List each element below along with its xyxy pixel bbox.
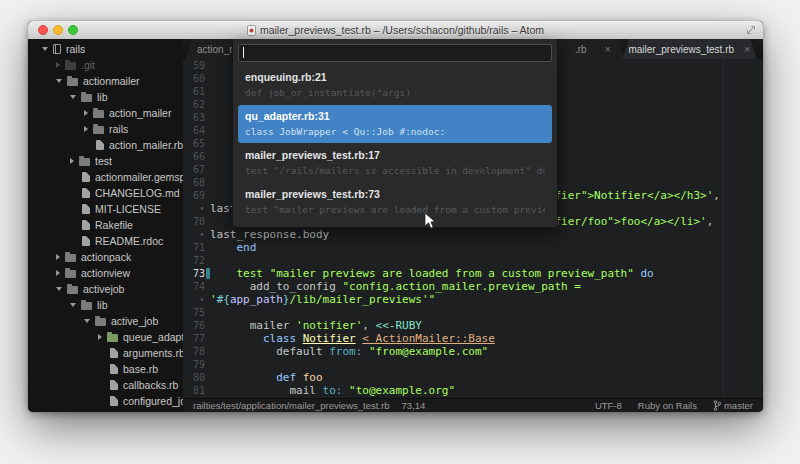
finder-result-mailer-previews-test-rb-17[interactable]: mailer_previews_test.rb:17test "/rails/m… bbox=[238, 144, 552, 182]
chevron-right-icon[interactable] bbox=[56, 62, 60, 68]
code-row-74[interactable]: 74 add_to_config "config.action_mailer.p… bbox=[183, 280, 763, 293]
tree-item-label: actionmailer bbox=[83, 75, 140, 87]
status-cursor-position[interactable]: 73,14 bbox=[401, 400, 425, 411]
finder-result-title: mailer_previews_test.rb:73 bbox=[245, 188, 545, 200]
tree-item--git[interactable]: .git bbox=[28, 57, 183, 73]
code-row-wrapped[interactable]: •last_response.body bbox=[183, 228, 763, 241]
code-row-79[interactable]: 79 bbox=[183, 358, 763, 371]
chevron-down-icon[interactable] bbox=[42, 47, 48, 51]
tree-item-active-job[interactable]: active_job bbox=[28, 313, 183, 329]
chevron-right-icon[interactable] bbox=[70, 158, 74, 164]
code-line-text: add_to_config "config.action_mailer.prev… bbox=[210, 280, 763, 293]
file-icon bbox=[82, 204, 90, 214]
tab-close-icon[interactable]: × bbox=[744, 44, 750, 54]
code-row-76[interactable]: 76 mailer 'notifier', <<-RUBY bbox=[183, 319, 763, 332]
code-row-81[interactable]: 81 mail to: "to@example.org" bbox=[183, 384, 763, 397]
finder-result-snippet: def job_or_instantiate(*args) bbox=[245, 87, 545, 98]
tree-item-activejob[interactable]: activejob bbox=[28, 281, 183, 297]
chevron-right-icon[interactable] bbox=[98, 334, 102, 340]
chevron-right-icon[interactable] bbox=[56, 270, 60, 276]
code-row-71[interactable]: 71 end bbox=[183, 241, 763, 254]
tree-item-action-mailer[interactable]: action_mailer bbox=[28, 105, 183, 121]
code-token: , bbox=[713, 189, 720, 202]
tree-item-configured-job-rb[interactable]: configured_job.rb bbox=[28, 393, 183, 409]
tree-item-changelog-md[interactable]: CHANGELOG.md bbox=[28, 185, 183, 201]
code-token: to: bbox=[323, 384, 343, 397]
code-token bbox=[210, 371, 276, 384]
chevron-right-icon[interactable] bbox=[84, 110, 88, 116]
tree-item-label: README.rdoc bbox=[95, 235, 163, 247]
tree-item-mit-license[interactable]: MIT-LICENSE bbox=[28, 201, 183, 217]
chevron-down-icon[interactable] bbox=[56, 79, 62, 83]
line-number: 71 bbox=[183, 241, 210, 254]
code-row-77[interactable]: 77 class Notifier < ActionMailer::Base bbox=[183, 332, 763, 345]
chevron-down-icon[interactable] bbox=[84, 319, 90, 323]
code-row-72[interactable]: 72 bbox=[183, 254, 763, 267]
tree-item-lib[interactable]: lib bbox=[28, 89, 183, 105]
tree-item-base-rb[interactable]: base.rb bbox=[28, 361, 183, 377]
tree-item-callbacks-rb[interactable]: callbacks.rb bbox=[28, 377, 183, 393]
finder-result-title: mailer_previews_test.rb:17 bbox=[245, 149, 545, 161]
tree-item-label: activejob bbox=[83, 283, 124, 295]
tree-item-action-mailer-rb[interactable]: action_mailer.rb bbox=[28, 137, 183, 153]
file-icon bbox=[110, 396, 118, 406]
status-branch-name: master bbox=[724, 400, 753, 411]
finder-result-mailer-previews-test-rb-73[interactable]: mailer_previews_test.rb:73test "mailer p… bbox=[238, 183, 552, 221]
chevron-down-icon[interactable] bbox=[70, 303, 76, 307]
tree-item-queue-adapters[interactable]: queue_adapters bbox=[28, 329, 183, 345]
file-icon bbox=[82, 172, 90, 182]
tree-item-readme-rdoc[interactable]: README.rdoc bbox=[28, 233, 183, 249]
code-token: mailer bbox=[210, 319, 296, 332]
tree-item-lib[interactable]: lib bbox=[28, 297, 183, 313]
tree-item-label: callbacks.rb bbox=[123, 379, 178, 391]
code-token: foo bbox=[303, 371, 323, 384]
file-icon bbox=[82, 220, 90, 230]
code-line-text: class Notifier < ActionMailer::Base bbox=[210, 332, 763, 345]
folder-icon bbox=[93, 110, 104, 118]
code-row-75[interactable]: 75 bbox=[183, 306, 763, 319]
close-window-button[interactable] bbox=[38, 25, 48, 35]
code-token: #{ bbox=[217, 293, 230, 306]
fuzzy-finder-input[interactable] bbox=[238, 44, 552, 62]
code-token bbox=[634, 267, 641, 280]
window-controls bbox=[38, 25, 78, 35]
window-title-text: mailer_previews_test.rb – /Users/schacon… bbox=[260, 24, 544, 36]
code-line-text bbox=[210, 306, 763, 319]
status-grammar[interactable]: Ruby on Rails bbox=[638, 400, 697, 411]
tree-item-rails[interactable]: rails bbox=[28, 121, 183, 137]
titlebar[interactable]: mailer_previews_test.rb – /Users/schacon… bbox=[28, 21, 763, 40]
soft-wrap-indicator: • bbox=[183, 293, 210, 306]
chevron-right-icon[interactable] bbox=[84, 126, 88, 132]
tree-item-rails[interactable]: rails bbox=[28, 41, 183, 57]
code-row-73[interactable]: 73 test "mailer previews are loaded from… bbox=[183, 267, 763, 280]
chevron-down-icon[interactable] bbox=[56, 287, 62, 291]
tree-item-test[interactable]: test bbox=[28, 153, 183, 169]
tab-close-icon[interactable]: × bbox=[605, 44, 611, 54]
finder-result-qu-adapter-rb-31[interactable]: qu_adapter.rb:31class JobWrapper < Qu::J… bbox=[238, 105, 552, 143]
code-line-text bbox=[210, 254, 763, 267]
folder-icon bbox=[67, 78, 78, 86]
tree-item-actionview[interactable]: actionview bbox=[28, 265, 183, 281]
chevron-right-icon[interactable] bbox=[56, 254, 60, 260]
folder-icon bbox=[79, 158, 90, 166]
tree-item-actionpack[interactable]: actionpack bbox=[28, 249, 183, 265]
tree-item-actionmailer-gemspec[interactable]: actionmailer.gemspec bbox=[28, 169, 183, 185]
code-token: Notifier bbox=[303, 332, 356, 345]
chevron-down-icon[interactable] bbox=[70, 95, 76, 99]
finder-result-enqueuing-rb-21[interactable]: enqueuing.rb:21def job_or_instantiate(*a… bbox=[238, 66, 552, 104]
tree-item-arguments-rb[interactable]: arguments.rb bbox=[28, 345, 183, 361]
minimize-window-button[interactable] bbox=[53, 25, 63, 35]
status-encoding[interactable]: UTF-8 bbox=[595, 400, 622, 411]
code-row-wrapped[interactable]: •'#{app_path}/lib/mailer_previews'" bbox=[183, 293, 763, 306]
zoom-window-button[interactable] bbox=[68, 25, 78, 35]
fullscreen-icon[interactable] bbox=[746, 25, 756, 35]
tab-mailer-previews-test[interactable]: mailer_previews_test.rb × bbox=[622, 39, 757, 59]
code-row-78[interactable]: 78 default from: "from@example.com" bbox=[183, 345, 763, 358]
soft-wrap-indicator: • bbox=[183, 202, 210, 215]
tree-item-actionmailer[interactable]: actionmailer bbox=[28, 73, 183, 89]
tree-item-rakefile[interactable]: Rakefile bbox=[28, 217, 183, 233]
code-row-80[interactable]: 80 def foo bbox=[183, 371, 763, 384]
tree-item-label: .git bbox=[81, 59, 95, 71]
folder-icon bbox=[93, 126, 104, 134]
tree-item-label: base.rb bbox=[123, 363, 158, 375]
